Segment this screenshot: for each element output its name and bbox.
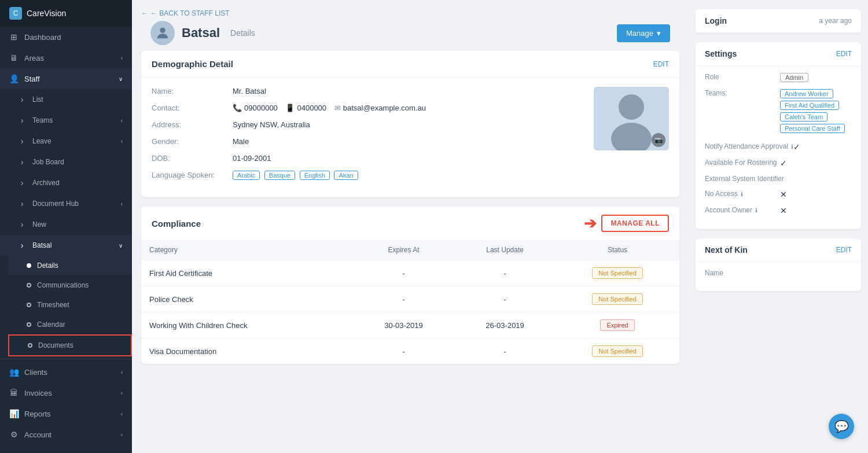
chevron-icon: ‹ [121, 369, 123, 375]
dob-label: DOB: [152, 154, 233, 163]
login-card: Login a year ago [696, 9, 861, 33]
chat-fab-button[interactable]: 💬 [829, 414, 854, 439]
kin-name-row: Name [705, 269, 852, 277]
manage-button[interactable]: Manage ▾ [617, 24, 670, 42]
sidebar-item-account[interactable]: ⚙ Account ‹ [0, 424, 132, 445]
batsal-icon: › [17, 241, 27, 250]
sidebar-item-archived[interactable]: › Archived [0, 172, 132, 193]
sidebar-item-staff[interactable]: 👤 Staff ∨ [0, 68, 132, 89]
sidebar-item-teams[interactable]: › Teams ‹ [0, 110, 132, 131]
dob-value: 01-09-2001 [233, 154, 582, 163]
sidebar-item-documents[interactable]: Documents ← [8, 334, 132, 356]
archived-icon: › [17, 178, 27, 187]
language-label: Language Spoken: [152, 171, 233, 179]
no-access-label-text: No Access [705, 190, 738, 198]
sidebar-item-areas[interactable]: 🖥 Areas ‹ [0, 47, 132, 68]
sidebar-item-job-board[interactable]: › Job Board [0, 152, 132, 172]
address-row: Address: Sydney NSW, Australia [152, 120, 582, 129]
sidebar-item-list[interactable]: › List [0, 89, 132, 110]
external-row: External System Identifier [705, 175, 852, 183]
account-owner-info-icon: ℹ [755, 207, 757, 213]
page-header: Batsal Details Manage ▾ [141, 21, 679, 51]
content-area: ← ← BACK TO STAFF LIST Batsal Details Ma… [132, 0, 868, 453]
email-icon: ✉ [334, 104, 341, 112]
notify-label-text: Notify Attendance Approval [705, 142, 788, 150]
right-panel: Login a year ago Settings EDIT Role Admi… [689, 0, 868, 453]
address-label: Address: [152, 120, 233, 129]
page-title: Batsal [182, 25, 220, 40]
contact-value: 📞 09000000 📱 0400000 ✉ [233, 104, 582, 112]
sidebar-item-label: Documents [38, 341, 73, 349]
teams-row: Teams: Andrew Worker First Aid Qualified… [705, 89, 852, 135]
expires-cell: - [353, 260, 454, 286]
areas-icon: 🖥 [9, 53, 19, 62]
demographic-edit-button[interactable]: EDIT [653, 60, 669, 68]
chevron-icon: ‹ [121, 390, 123, 396]
settings-card-body: Role Admin Teams: Andrew Worker First Ai… [696, 66, 861, 229]
kin-name-label: Name [705, 269, 780, 277]
compliance-table: Category Expires At Last Update Status F… [141, 240, 679, 364]
teams-icon: › [17, 116, 27, 125]
category-cell: Police Check [141, 286, 353, 312]
sidebar-item-label: Job Board [32, 158, 64, 166]
sidebar-item-reports[interactable]: 📊 Reports ‹ [0, 403, 132, 424]
no-access-info-icon: ℹ [741, 191, 743, 197]
sidebar-item-invoices[interactable]: 🏛 Invoices ‹ [0, 382, 132, 403]
camera-icon[interactable]: 📷 [652, 133, 665, 147]
document-hub-icon: › [17, 199, 27, 208]
manage-button-label: Manage [626, 29, 653, 38]
job-board-icon: › [17, 157, 27, 167]
demographic-card: Demographic Detail EDIT Name: Mr. Batsal… [141, 51, 679, 197]
notify-row: Notify Attendance Approval ℹ ✓ [705, 142, 852, 152]
next-of-kin-edit-button[interactable]: EDIT [836, 246, 852, 254]
available-value: ✓ [780, 159, 852, 168]
back-arrow-icon: ← [141, 9, 148, 17]
role-badge: Admin [780, 73, 808, 82]
phone-icon: 📞 [233, 104, 242, 112]
sidebar-item-document-hub[interactable]: › Document Hub ‹ [0, 193, 132, 214]
chevron-icon: ‹ [121, 411, 123, 417]
sidebar-item-label: New [32, 220, 46, 229]
lang-english: English [300, 171, 330, 180]
sidebar-item-clients[interactable]: 👥 Clients ‹ [0, 362, 132, 382]
sidebar-item-label: Reports [24, 410, 51, 418]
expires-cell: - [353, 286, 454, 312]
sidebar: C CareVision ⊞ Dashboard 🖥 Areas ‹ 👤 Sta… [0, 0, 132, 453]
manage-all-wrapper: ➔ MANAGE ALL [601, 215, 669, 232]
sidebar-item-details[interactable]: Details [8, 256, 132, 275]
compliance-card: Compliance ➔ MANAGE ALL Category Expires… [141, 207, 679, 364]
sidebar-item-batsal[interactable]: › Batsal ∨ [0, 235, 132, 256]
dot-icon [28, 343, 32, 348]
dot-icon [27, 263, 31, 268]
back-to-staff-link[interactable]: ← ← BACK TO STAFF LIST [141, 9, 679, 17]
account-owner-label-text: Account Owner [705, 206, 752, 214]
account-owner-value: ✕ [780, 206, 852, 215]
sidebar-item-leave[interactable]: › Leave ‹ [0, 131, 132, 152]
sidebar-item-label: Communications [37, 281, 89, 289]
manage-all-label: MANAGE ALL [610, 219, 660, 227]
chevron-down-icon: ∨ [119, 242, 123, 249]
settings-edit-button[interactable]: EDIT [836, 50, 852, 58]
last-update-cell: - [454, 286, 556, 312]
last-update-cell: 26-03-2019 [454, 312, 556, 338]
sidebar-logo: C CareVision [0, 0, 132, 27]
account-owner-label: Account Owner ℹ [705, 206, 780, 214]
settings-title: Settings [705, 49, 737, 58]
svg-point-2 [619, 94, 644, 120]
sidebar-item-communications[interactable]: Communications [8, 275, 132, 295]
chevron-icon: ‹ [121, 117, 123, 124]
status-badge: Expired [600, 319, 634, 331]
sidebar-item-calendar[interactable]: Calendar [8, 315, 132, 334]
profile-photo: 📷 [594, 87, 669, 150]
compliance-row-wwc: Working With Children Check 30-03-2019 2… [141, 312, 679, 338]
sidebar-item-new[interactable]: › New [0, 214, 132, 235]
no-access-label: No Access ℹ [705, 190, 780, 198]
status-cell: Not Specified [556, 260, 679, 286]
sidebar-item-dashboard[interactable]: ⊞ Dashboard [0, 27, 132, 47]
sidebar-item-timesheet[interactable]: Timesheet [8, 295, 132, 315]
manage-all-button[interactable]: MANAGE ALL [601, 215, 669, 232]
teams-value: Andrew Worker First Aid Qualified Caleb'… [780, 89, 852, 135]
sidebar-item-label: Timesheet [37, 301, 69, 309]
external-label: External System Identifier [705, 175, 784, 183]
name-value: Mr. Batsal [233, 87, 582, 95]
